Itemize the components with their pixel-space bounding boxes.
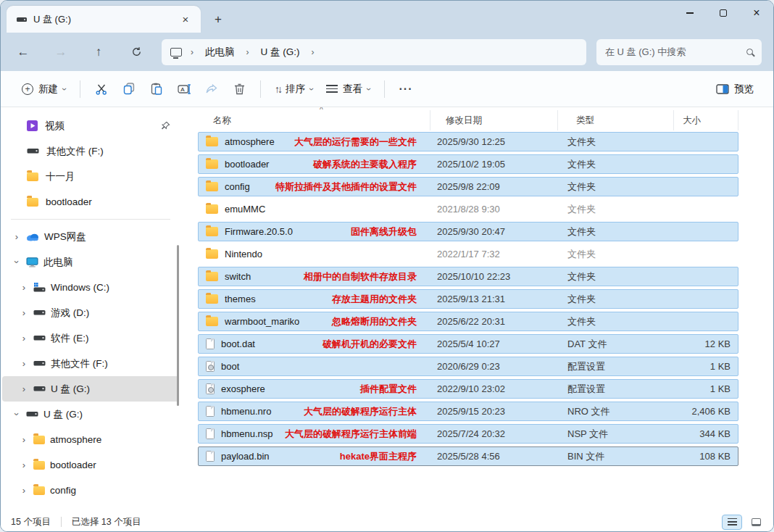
chevron-right-icon[interactable]: › xyxy=(20,358,28,369)
close-button[interactable]: × xyxy=(740,1,773,25)
sort-button[interactable]: ↑↓ 排序 › xyxy=(268,78,320,101)
sidebar-item-windows-c[interactable]: › Windows (C:) xyxy=(2,275,179,300)
file-icon xyxy=(206,428,215,439)
chevron-right-icon[interactable]: › xyxy=(20,333,28,344)
file-annotation: 存放主题用的文件夹 xyxy=(332,293,422,306)
file-row-hbmenu-nro[interactable]: hbmenu.nro 大气层的破解程序运行主体 2025/9/15 20:23 … xyxy=(198,402,738,421)
file-row-firmware[interactable]: Firmware.20.5.0 固件离线升级包 2025/9/30 20:47 … xyxy=(198,222,738,241)
sidebar-item-label: WPS网盘 xyxy=(44,230,86,244)
explorer-tab[interactable]: U 盘 (G:) × xyxy=(7,6,201,33)
file-row-themes[interactable]: themes 存放主题用的文件夹 2025/9/13 21:31 文件夹 xyxy=(198,289,738,309)
tab-title: U 盘 (G:) xyxy=(33,13,178,26)
column-header-type[interactable]: 类型 xyxy=(557,110,673,130)
cut-button[interactable] xyxy=(88,76,115,102)
column-header-date[interactable]: 修改日期 xyxy=(430,110,557,130)
ellipsis-icon: ··· xyxy=(399,83,413,96)
preview-pane-icon xyxy=(716,84,729,94)
rename-button[interactable]: A xyxy=(170,76,198,102)
copy-button[interactable] xyxy=(115,76,143,102)
file-row-exosphere[interactable]: exosphere 插件配置文件 2022/9/10 23:02 配置设置 1 … xyxy=(198,379,738,399)
svg-text:A: A xyxy=(180,86,185,92)
folder-icon xyxy=(206,137,218,146)
sidebar-item-config[interactable]: › config xyxy=(2,478,179,503)
sidebar-item-wps-cloud[interactable]: › WPS网盘 xyxy=(2,224,179,249)
file-date: 2025/9/15 20:23 xyxy=(422,406,549,417)
file-row-boot[interactable]: boot 2020/6/29 0:23 配置设置 1 KB xyxy=(198,357,738,376)
paste-button[interactable] xyxy=(143,76,170,102)
file-row-hbmenu-nsp[interactable]: hbmenu.nsp 大气层的破解程序运行主体前端 2025/7/24 20:3… xyxy=(198,424,738,444)
file-name: Firmware.20.5.0 xyxy=(225,226,293,237)
sidebar-item-november[interactable]: 十一月 xyxy=(1,164,180,189)
sidebar-item-other-files-f-tree[interactable]: › 其他文件 (F:) xyxy=(2,351,179,376)
computer-icon[interactable] xyxy=(170,48,182,57)
search-input[interactable] xyxy=(605,46,746,57)
file-date: 2025/9/13 21:31 xyxy=(422,294,549,304)
sidebar-item-other-files-f[interactable]: 其他文件 (F:) xyxy=(1,138,180,164)
chevron-right-icon[interactable]: › xyxy=(20,434,28,445)
drive-icon xyxy=(26,411,38,417)
breadcrumb-usb-drive[interactable]: U 盘 (G:) xyxy=(258,44,303,60)
folder-icon xyxy=(206,204,218,214)
file-row-atmosphere[interactable]: atmosphere 大气层的运行需要的一些文件 2025/9/30 12:25… xyxy=(198,132,738,151)
file-row-payload-bin[interactable]: payload.bin hekate界面主程序 2025/5/28 4:56 B… xyxy=(198,446,738,466)
file-type: 配置设置 xyxy=(549,383,665,396)
new-tab-button[interactable]: + xyxy=(208,9,228,30)
share-button[interactable] xyxy=(198,76,225,102)
file-name: boot.dat xyxy=(221,338,255,349)
sidebar-scrollbar[interactable] xyxy=(177,245,179,406)
sidebar-item-bootloader[interactable]: › bootloader xyxy=(2,452,179,478)
search-box[interactable] xyxy=(596,39,762,65)
refresh-button[interactable] xyxy=(124,40,149,65)
delete-button[interactable] xyxy=(225,76,253,102)
chevron-right-icon[interactable]: › xyxy=(20,307,28,318)
sort-ascending-caret: ^ xyxy=(320,107,323,114)
sidebar-item-bootloader-pinned[interactable]: bootloader xyxy=(1,189,180,215)
up-button[interactable]: ↑ xyxy=(86,40,111,65)
chevron-right-icon[interactable]: › xyxy=(20,282,28,293)
file-row-emummc[interactable]: emuMMC 2021/8/28 9:30 文件夹 xyxy=(198,199,738,219)
sidebar-item-usb-g[interactable]: › U 盘 (G:) xyxy=(2,376,179,402)
file-size: 344 KB xyxy=(665,428,731,439)
file-row-nintendo[interactable]: Nintendo 2022/1/17 7:32 文件夹 xyxy=(198,244,738,264)
sidebar-item-atmosphere[interactable]: › atmosphere xyxy=(2,427,179,452)
minimize-button[interactable] xyxy=(673,1,707,25)
file-row-config[interactable]: config 特斯拉插件及其他插件的设置文件 2025/9/8 22:09 文件… xyxy=(198,177,738,196)
file-row-warmboot-mariko[interactable]: warmboot_mariko 忽略熔断用的文件夹 2025/6/22 20:3… xyxy=(198,312,738,331)
preview-button[interactable]: 预览 xyxy=(710,78,760,101)
file-row-boot-dat[interactable]: boot.dat 破解机开机的必要文件 2025/5/4 10:27 DAT 文… xyxy=(198,334,738,354)
sort-arrows-icon: ↑↓ xyxy=(275,83,280,95)
folder-icon xyxy=(27,173,38,181)
sidebar-item-videos[interactable]: 视频 xyxy=(1,113,180,138)
chevron-right-icon[interactable]: › xyxy=(20,485,28,496)
file-type: 文件夹 xyxy=(549,248,665,261)
details-view-button[interactable] xyxy=(722,515,742,530)
chevron-down-icon[interactable]: › xyxy=(12,258,22,267)
column-header-size[interactable]: 大小 xyxy=(673,110,738,130)
file-row-bootloader[interactable]: bootloader 破解系统的主要载入程序 2025/10/2 19:05 文… xyxy=(198,154,738,174)
file-row-switch[interactable]: switch 相册中的自制软件存放目录 2025/10/10 22:23 文件夹 xyxy=(198,267,738,286)
sidebar-item-this-pc[interactable]: › 此电脑 xyxy=(2,249,179,275)
chevron-right-icon[interactable]: › xyxy=(20,460,28,470)
file-size: 1 KB xyxy=(665,383,731,394)
thumbnail-view-button[interactable] xyxy=(746,515,766,530)
forward-button[interactable]: → xyxy=(49,40,73,65)
file-type: 文件夹 xyxy=(549,203,665,216)
file-type: 文件夹 xyxy=(549,136,665,149)
file-name: Nintendo xyxy=(225,249,262,259)
sidebar-item-games-d[interactable]: › 游戏 (D:) xyxy=(2,300,179,325)
column-header-name[interactable]: 名称 xyxy=(198,115,430,127)
sort-label: 排序 xyxy=(286,83,305,96)
chevron-down-icon[interactable]: › xyxy=(12,410,22,419)
more-button[interactable]: ··· xyxy=(392,76,420,102)
maximize-button[interactable] xyxy=(707,1,740,25)
breadcrumb-this-pc[interactable]: 此电脑 xyxy=(202,44,238,60)
back-button[interactable]: ← xyxy=(11,40,36,65)
tab-close-icon[interactable]: × xyxy=(178,12,194,28)
view-button[interactable]: 查看 › xyxy=(320,78,377,101)
chevron-right-icon[interactable]: › xyxy=(20,383,28,394)
file-annotation: 固件离线升级包 xyxy=(351,225,422,238)
sidebar-item-usb-g-expanded[interactable]: › U 盘 (G:) xyxy=(2,402,179,427)
sidebar-item-software-e[interactable]: › 软件 (E:) xyxy=(2,325,179,351)
new-button[interactable]: + 新建 › xyxy=(15,78,72,101)
chevron-right-icon[interactable]: › xyxy=(12,231,21,242)
